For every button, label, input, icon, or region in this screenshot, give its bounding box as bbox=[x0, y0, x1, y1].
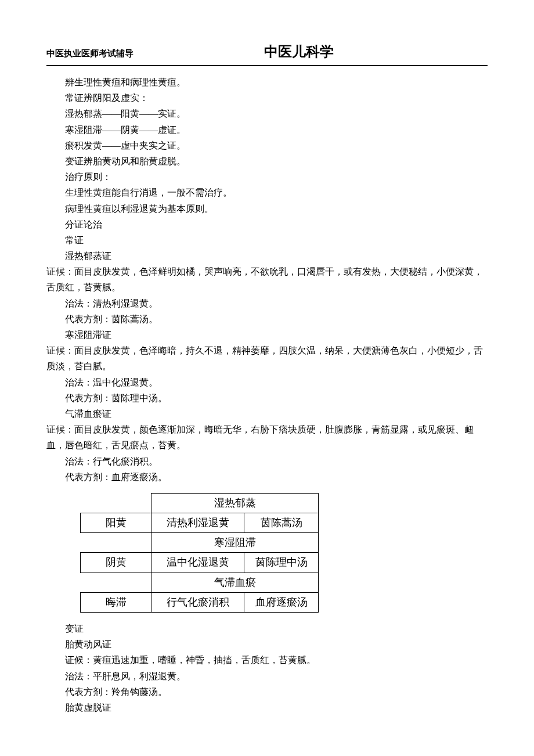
table-spacer bbox=[319, 533, 337, 553]
body-paragraph: 治法：平肝息风，利湿退黄。 bbox=[46, 668, 488, 684]
body-paragraph: 分证论治 bbox=[46, 217, 488, 232]
table-category-cell: 晦滞 bbox=[81, 592, 151, 612]
table-formula-cell: 茵陈理中汤 bbox=[244, 553, 319, 573]
body-paragraph: 证候：黄疸迅速加重，嗜睡，神昏，抽搐，舌质红，苔黄腻。 bbox=[46, 652, 488, 668]
body-paragraph: 常证 bbox=[46, 232, 488, 248]
table-category-cell: 阳黄 bbox=[81, 513, 151, 533]
body-paragraph: 寒湿阻滞证 bbox=[46, 327, 488, 343]
table-pattern-cell: 气滞血瘀 bbox=[151, 573, 319, 592]
summary-table: 湿热郁蒸阳黄清热利湿退黄茵陈蒿汤寒湿阻滞阴黄温中化湿退黄茵陈理中汤气滞血瘀晦滞行… bbox=[80, 493, 337, 613]
body-paragraph: 代表方剂：茵陈蒿汤。 bbox=[46, 311, 488, 327]
body-paragraph: 胎黄动风证 bbox=[46, 636, 488, 652]
table-formula-cell: 茵陈蒿汤 bbox=[244, 513, 319, 533]
table-spacer bbox=[81, 493, 151, 513]
body-paragraph: 常证辨阴阳及虚实： bbox=[46, 90, 488, 106]
body-paragraph: 变证辨胎黄动风和胎黄虚脱。 bbox=[46, 153, 488, 169]
body-paragraph: 气滞血瘀证 bbox=[46, 406, 488, 422]
paragraph-block-2: 变证胎黄动风证证候：黄疸迅速加重，嗜睡，神昏，抽搐，舌质红，苔黄腻。治法：平肝息… bbox=[46, 621, 488, 715]
table-pattern-cell: 寒湿阻滞 bbox=[151, 533, 319, 553]
body-paragraph: 治法：温中化湿退黄。 bbox=[46, 375, 488, 390]
body-paragraph: 湿热郁蒸证 bbox=[46, 248, 488, 264]
body-paragraph: 病理性黄疸以利湿退黄为基本原则。 bbox=[46, 201, 488, 217]
body-paragraph: 瘀积发黄——虚中夹实之证。 bbox=[46, 138, 488, 153]
body-paragraph: 代表方剂：血府逐瘀汤。 bbox=[46, 469, 488, 485]
table-pattern-cell: 湿热郁蒸 bbox=[151, 493, 319, 513]
body-paragraph: 寒湿阻滞——阴黄——虚证。 bbox=[46, 122, 488, 138]
body-paragraph: 代表方剂：羚角钩藤汤。 bbox=[46, 684, 488, 700]
table-method-cell: 清热利湿退黄 bbox=[151, 513, 244, 533]
table-category-cell: 阴黄 bbox=[81, 553, 151, 573]
table-formula-cell: 血府逐瘀汤 bbox=[244, 592, 319, 612]
body-paragraph: 变证 bbox=[46, 621, 488, 636]
body-paragraph: 生理性黄疸能自行消退，一般不需治疗。 bbox=[46, 185, 488, 200]
body-paragraph: 湿热郁蒸——阳黄——实证。 bbox=[46, 106, 488, 121]
body-paragraph: 代表方剂：茵陈理中汤。 bbox=[46, 390, 488, 406]
table-spacer bbox=[81, 533, 151, 553]
table-method-cell: 行气化瘀消积 bbox=[151, 592, 244, 612]
page-header: 中医执业医师考试辅导 中医儿科学 bbox=[46, 39, 488, 66]
body-paragraph: 胎黄虚脱证 bbox=[46, 700, 488, 715]
body-paragraph: 治法：清热利湿退黄。 bbox=[46, 296, 488, 311]
header-title: 中医儿科学 bbox=[110, 39, 488, 64]
table-method-cell: 温中化湿退黄 bbox=[151, 553, 244, 573]
body-paragraph: 证候：面目皮肤发黄，色泽鲜明如橘，哭声响亮，不欲吮乳，口渴唇干，或有发热，大便秘… bbox=[46, 264, 488, 295]
body-paragraph: 辨生理性黄疸和病理性黄疸。 bbox=[46, 74, 488, 90]
body-paragraph: 治疗原则： bbox=[46, 169, 488, 185]
body-paragraph: 证候：面目皮肤发黄，颜色逐渐加深，晦暗无华，右胁下痞块质硬，肚腹膨胀，青筋显露，… bbox=[46, 422, 488, 453]
paragraph-block-1: 辨生理性黄疸和病理性黄疸。常证辨阴阳及虚实：湿热郁蒸——阳黄——实证。寒湿阻滞—… bbox=[46, 74, 488, 485]
body-paragraph: 证候：面目皮肤发黄，色泽晦暗，持久不退，精神萎靡，四肢欠温，纳呆，大便溏薄色灰白… bbox=[46, 343, 488, 374]
table-spacer bbox=[319, 493, 337, 513]
body-paragraph: 治法：行气化瘀消积。 bbox=[46, 453, 488, 469]
table-spacer bbox=[81, 573, 151, 592]
table-spacer bbox=[319, 573, 337, 592]
